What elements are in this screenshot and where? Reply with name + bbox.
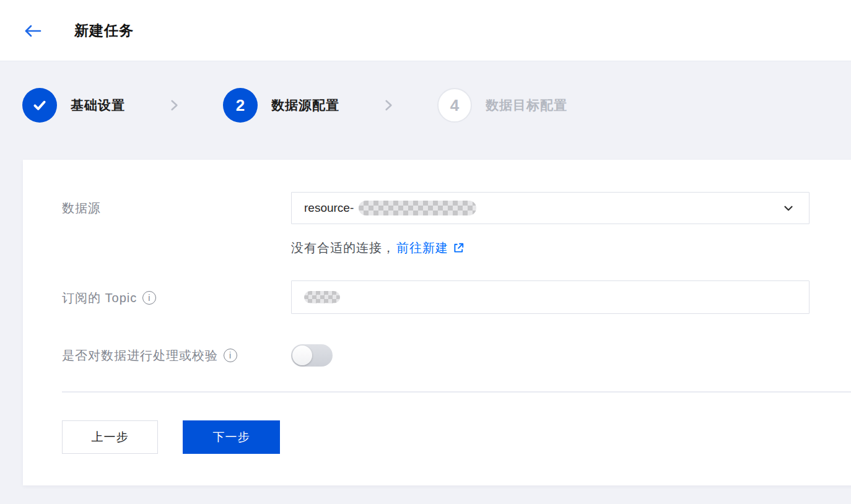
step-done-check-icon — [22, 88, 57, 123]
step-number: 2 — [223, 88, 258, 123]
external-link-icon — [453, 242, 465, 254]
datasource-select-value: resource- — [304, 201, 476, 215]
form-card: 数据源 resource- 没有合适的连接， 前往新建 — [23, 160, 851, 485]
topic-input[interactable] — [291, 280, 810, 314]
datasource-value-prefix: resource- — [304, 201, 354, 215]
topic-label: 订阅的 Topic i — [62, 289, 156, 306]
back-button[interactable] — [22, 0, 43, 61]
step-label: 数据目标配置 — [486, 97, 567, 114]
next-step-button[interactable]: 下一步 — [183, 420, 280, 454]
step-datasource-config[interactable]: 2 数据源配置 — [223, 88, 339, 123]
process-toggle-switch[interactable] — [291, 344, 333, 367]
create-connection-link-text: 前往新建 — [396, 239, 448, 256]
step-label: 数据源配置 — [271, 97, 339, 114]
step-wizard: 基础设置 2 数据源配置 4 数据目标配置 — [22, 88, 567, 123]
step-label: 基础设置 — [71, 97, 125, 114]
chevron-down-icon — [782, 201, 795, 215]
redacted-value-mosaic — [304, 291, 340, 303]
page-title: 新建任务 — [74, 0, 134, 61]
previous-step-button[interactable]: 上一步 — [62, 420, 158, 454]
datasource-label: 数据源 — [62, 199, 101, 217]
step-number: 4 — [437, 88, 472, 123]
step-target-config[interactable]: 4 数据目标配置 — [437, 88, 567, 123]
redacted-value-mosaic — [359, 201, 476, 215]
step-basic-settings[interactable]: 基础设置 — [22, 88, 125, 123]
topic-label-text: 订阅的 Topic — [62, 289, 137, 306]
page-header: 新建任务 — [0, 0, 851, 61]
help-text: 没有合适的连接， — [291, 239, 395, 256]
process-label-text: 是否对数据进行处理或校验 — [62, 347, 218, 364]
arrow-left-icon — [24, 24, 42, 38]
create-connection-link[interactable]: 前往新建 — [396, 239, 465, 256]
toggle-knob — [292, 345, 312, 365]
process-label: 是否对数据进行处理或校验 i — [62, 347, 237, 364]
datasource-select[interactable]: resource- — [291, 192, 810, 224]
info-icon[interactable]: i — [142, 291, 156, 305]
chevron-right-icon — [380, 97, 396, 113]
chevron-right-icon — [166, 97, 182, 113]
datasource-label-text: 数据源 — [62, 199, 101, 217]
form-divider — [62, 391, 851, 393]
info-icon[interactable]: i — [224, 349, 237, 362]
datasource-help-line: 没有合适的连接， 前往新建 — [291, 239, 465, 256]
